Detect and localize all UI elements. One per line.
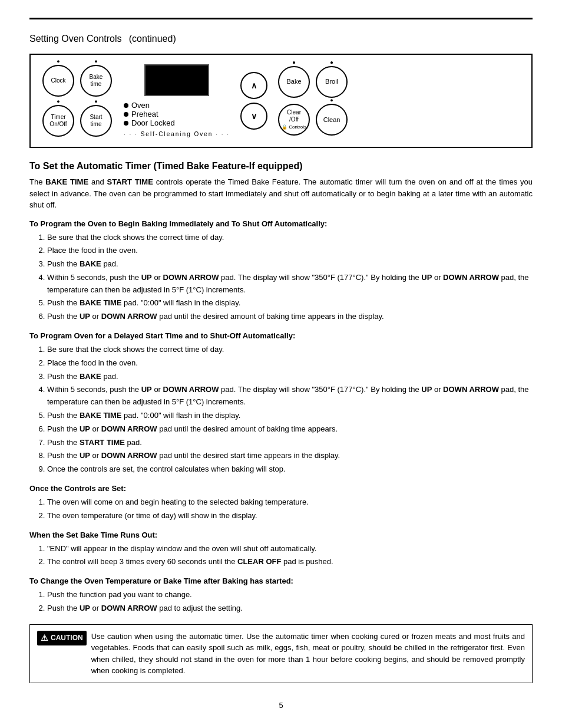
list-item: Push the UP or DOWN ARROW pad until the … (47, 423, 533, 436)
caution-body: Use caution when using the automatic tim… (91, 631, 525, 677)
clean-button[interactable]: ● Clean (316, 104, 348, 136)
arrow-buttons: ∧ ∨ (240, 72, 267, 130)
list-item: Push the UP or DOWN ARROW pad until the … (47, 450, 533, 462)
list-item: Be sure that the clock shows the correct… (47, 344, 533, 356)
down-arrow-button[interactable]: ∨ (240, 103, 267, 130)
preheat-dot (124, 112, 128, 117)
start-time-button[interactable]: Starttime (80, 105, 112, 137)
list-item: Push the BAKE TIME pad. "0:00" will flas… (47, 297, 533, 309)
list-item: Place the food in the oven. (47, 357, 533, 370)
indicators: Oven Preheat Door Locked · · · Self-Clea… (124, 101, 230, 137)
list-item: Push the BAKE pad. (47, 258, 533, 271)
list-item: Be sure that the clock shows the correct… (47, 232, 533, 244)
section2-steps: Be sure that the clock shows the correct… (47, 232, 533, 324)
panel-center: Oven Preheat Door Locked · · · Self-Clea… (124, 64, 230, 137)
panel-right-buttons: ● Bake ● Broil Clear/Off 🔒Controls ● Cle… (278, 66, 348, 136)
door-locked-label: Door Locked (131, 118, 175, 127)
control-panel-diagram: Clock Baketime TimerOn/Off Starttime Ove… (29, 54, 533, 148)
list-item: "END" will appear in the display window … (47, 543, 533, 555)
oven-display (144, 64, 209, 96)
section3-steps: Be sure that the clock shows the correct… (47, 344, 533, 476)
oven-dot (124, 103, 128, 108)
door-locked-dot (124, 121, 128, 126)
list-item: The control will beep 3 times every 60 s… (47, 556, 533, 568)
preheat-label: Preheat (131, 110, 158, 118)
list-item: Once the controls are set, the control c… (47, 463, 533, 476)
list-item: Push the BAKE pad. (47, 371, 533, 383)
list-item: Push the UP or DOWN ARROW pad to adjust … (47, 602, 533, 615)
section6-steps: Push the function pad you want to change… (47, 589, 533, 615)
self-clean-label: · · · Self-Cleaning Oven · · · (124, 131, 230, 137)
section4-heading: Once the Controls are Set: (29, 484, 533, 493)
section6-heading: To Change the Oven Temperature or Bake T… (29, 577, 533, 585)
page-number: 5 (29, 701, 533, 710)
caution-box: ⚠ CAUTION Use caution when using the aut… (29, 624, 533, 683)
caution-label: ⚠ CAUTION (37, 631, 87, 645)
preheat-indicator: Preheat (124, 110, 230, 118)
list-item: Push the BAKE TIME pad. "0:00" will flas… (47, 410, 533, 422)
clock-button[interactable]: Clock (42, 65, 74, 97)
list-item: Within 5 seconds, push the UP or DOWN AR… (47, 272, 533, 297)
bake-time-button[interactable]: Baketime (80, 65, 112, 97)
list-item: Push the UP or DOWN ARROW pad until the … (47, 311, 533, 323)
timer-onoff-button[interactable]: TimerOn/Off (42, 105, 74, 137)
title-main: Setting Oven Controls (29, 34, 122, 44)
section4-steps: The oven will come on and begin heating … (47, 496, 533, 522)
list-item: Push the function pad you want to change… (47, 589, 533, 601)
top-border (29, 18, 533, 19)
bake-button[interactable]: ● Bake (278, 66, 310, 98)
section5-heading: When the Set Bake Time Runs Out: (29, 531, 533, 539)
list-item: The oven temperature (or time of day) wi… (47, 510, 533, 522)
page-title: Setting Oven Controls (continued) (29, 30, 533, 45)
section2-heading: To Program the Oven to Begin Baking Imme… (29, 219, 533, 228)
caution-triangle-icon: ⚠ (41, 632, 48, 644)
caution-text-label: CAUTION (51, 633, 83, 643)
door-locked-indicator: Door Locked (124, 118, 230, 127)
section1-intro: The BAKE TIME and START TIME controls op… (29, 176, 533, 211)
list-item: Place the food in the oven. (47, 245, 533, 257)
oven-label: Oven (131, 101, 150, 110)
list-item: The oven will come on and begin heating … (47, 496, 533, 509)
title-suffix: (continued) (129, 34, 176, 44)
broil-button[interactable]: ● Broil (316, 66, 348, 98)
panel-left-buttons: Clock Baketime TimerOn/Off Starttime (42, 65, 112, 137)
list-item: Push the START TIME pad. (47, 437, 533, 449)
section5-steps: "END" will appear in the display window … (47, 543, 533, 569)
up-arrow-button[interactable]: ∧ (240, 72, 267, 99)
section1-heading: To Set the Automatic Timer (Timed Bake F… (29, 161, 533, 172)
list-item: Within 5 seconds, push the UP or DOWN AR… (47, 384, 533, 409)
oven-indicator: Oven (124, 101, 230, 110)
clear-off-button[interactable]: Clear/Off 🔒Controls (278, 104, 310, 136)
section3-heading: To Program Oven for a Delayed Start Time… (29, 331, 533, 340)
